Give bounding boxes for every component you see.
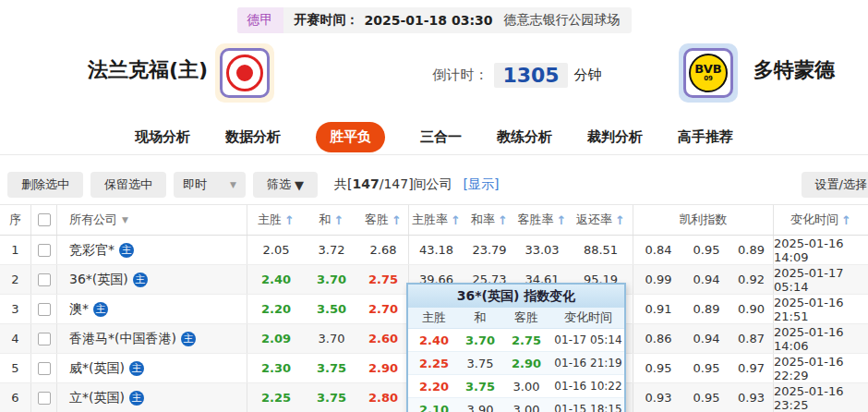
row-checkbox[interactable] [38, 333, 51, 345]
kickoff-time: 2025-01-18 03:30 [365, 13, 493, 28]
odds-draw[interactable]: 3.70 [305, 265, 358, 294]
show-link[interactable]: [显示] [464, 176, 500, 193]
change-time: 2025-01-16 23:25 [774, 383, 868, 412]
change-time: 2025-01-17 05:14 [774, 265, 868, 294]
header-home-win[interactable]: 主胜↑ [247, 205, 305, 235]
return-rate: 88.51 [569, 236, 633, 264]
time-mode-select[interactable]: 即时 ▼ [174, 172, 246, 198]
delete-selected-button[interactable]: 删除选中 [7, 172, 83, 198]
main-badge-icon: 主 [181, 332, 196, 346]
odds-home[interactable]: 2.20 [247, 295, 305, 323]
row-select[interactable] [31, 354, 57, 382]
filter-select[interactable]: 筛选 ▼ [253, 172, 318, 198]
popup-row: 2.25 3.75 2.90 01-16 21:19 [408, 352, 624, 375]
row-checkbox[interactable] [38, 392, 51, 405]
row-select[interactable] [31, 324, 57, 353]
league-badge[interactable]: 德甲 [237, 7, 283, 33]
odds-home[interactable]: 2.09 [247, 324, 305, 353]
header-draw[interactable]: 和↑ [305, 205, 358, 235]
rate-away: 33.03 [515, 236, 569, 264]
header-seq: 序 [0, 205, 31, 235]
kelly-away: 0.90 [729, 295, 774, 323]
company-cell[interactable]: 竞彩官*主 [57, 236, 247, 264]
row-checkbox[interactable] [38, 303, 51, 316]
odds-home[interactable]: 2.05 [247, 236, 305, 264]
change-time: 2025-01-16 21:51 [774, 295, 868, 323]
sort-asc-icon: ↑ [615, 213, 625, 227]
filter-label: 筛选 [267, 176, 291, 193]
row-seq: 1 [0, 236, 31, 264]
popup-odds-home: 2.25 [408, 357, 460, 370]
kelly-away: 0.87 [729, 324, 774, 353]
tab-live-analysis[interactable]: 现场分析 [135, 128, 190, 146]
kelly-away: 0.89 [729, 236, 774, 264]
analysis-tab-bar: 现场分析 数据分析 胜平负 三合一 教练分析 裁判分析 高手推荐 [0, 120, 868, 155]
row-checkbox[interactable] [38, 273, 51, 286]
kelly-draw: 0.94 [683, 324, 729, 353]
header-home-rate[interactable]: 主胜率↑ [409, 205, 464, 235]
header-away-rate[interactable]: 客胜率↑ [515, 205, 569, 235]
tab-coach-analysis[interactable]: 教练分析 [497, 128, 552, 146]
countdown-unit: 分钟 [574, 67, 602, 84]
sort-asc-icon: ↑ [392, 213, 402, 227]
sort-asc-icon: ↑ [498, 213, 508, 227]
odds-draw[interactable]: 3.75 [305, 383, 358, 412]
caret-down-icon: ▼ [230, 180, 236, 189]
odds-away[interactable]: 2.68 [358, 236, 409, 264]
select-all-checkbox[interactable] [38, 213, 51, 226]
company-cell[interactable]: 香港马*(中国香港)主 [57, 324, 247, 353]
odds-home[interactable]: 2.40 [247, 265, 305, 294]
change-time: 2025-01-16 14:06 [774, 324, 868, 353]
odds-away[interactable]: 2.90 [358, 354, 409, 382]
odds-draw[interactable]: 3.75 [305, 354, 358, 382]
odds-away[interactable]: 2.60 [358, 324, 409, 353]
header-company[interactable]: 所有公司▼ [57, 205, 247, 235]
time-mode-value: 即时 [183, 176, 207, 193]
caret-down-icon: ▼ [122, 215, 128, 224]
row-select[interactable] [31, 236, 57, 264]
row-select[interactable] [31, 383, 57, 412]
odds-draw[interactable]: 3.72 [305, 236, 358, 264]
popup-header: 主胜 和 客胜 变化时间 [408, 308, 624, 329]
row-checkbox[interactable] [38, 244, 51, 257]
settings-select-button[interactable]: 设置/选择 [802, 172, 868, 198]
odds-home[interactable]: 2.30 [247, 354, 305, 382]
header-away-win[interactable]: 客胜↑ [358, 205, 409, 235]
header-draw-rate[interactable]: 和率↑ [464, 205, 515, 235]
countdown: 倒计时： 1305 分钟 [397, 63, 637, 88]
company-cell[interactable]: 立*(英国)主 [57, 383, 247, 412]
kelly-home: 0.95 [633, 354, 683, 382]
keep-selected-button[interactable]: 保留选中 [90, 172, 166, 198]
odds-home[interactable]: 2.25 [247, 383, 305, 412]
row-checkbox[interactable] [38, 362, 51, 375]
odds-away[interactable]: 2.70 [358, 295, 409, 323]
venue-name: 德意志银行公园球场 [504, 12, 621, 29]
match-meta-bar: 德甲 开赛时间：2025-01-18 03:30 德意志银行公园球场 [0, 7, 868, 33]
main-badge-icon: 主 [119, 243, 134, 258]
row-select[interactable] [31, 295, 57, 323]
bvb-logo-sub: 09 [704, 75, 713, 82]
header-change-time[interactable]: 变化时间↑ [774, 205, 868, 235]
company-cell[interactable]: 威*(英国)主 [57, 354, 247, 382]
home-team-name: 法兰克福(主) [83, 56, 212, 84]
header-select-all[interactable] [31, 205, 57, 235]
company-cell[interactable]: 澳*主 [57, 295, 247, 323]
tab-win-draw-loss[interactable]: 胜平负 [316, 122, 385, 152]
tab-referee-analysis[interactable]: 裁判分析 [587, 128, 643, 146]
odds-away[interactable]: 2.80 [358, 383, 409, 412]
tab-expert-picks[interactable]: 高手推荐 [678, 128, 733, 146]
popup-odds-draw: 3.75 [460, 380, 500, 394]
odds-draw[interactable]: 3.70 [305, 324, 358, 353]
odds-draw[interactable]: 3.50 [305, 295, 358, 323]
change-time: 2025-01-16 22:29 [774, 354, 868, 382]
tab-three-in-one[interactable]: 三合一 [420, 128, 462, 146]
popup-odds-home: 2.10 [408, 403, 460, 412]
main-badge-icon: 主 [93, 302, 108, 317]
tab-data-analysis[interactable]: 数据分析 [225, 128, 281, 146]
header-return-rate[interactable]: 返还率↑ [569, 205, 633, 235]
company-cell[interactable]: 36*(英国)主 [57, 265, 247, 294]
popup-header-home: 主胜 [408, 309, 460, 326]
row-select[interactable] [31, 265, 57, 294]
popup-odds-away: 2.90 [500, 357, 552, 370]
odds-away[interactable]: 2.75 [358, 265, 409, 294]
